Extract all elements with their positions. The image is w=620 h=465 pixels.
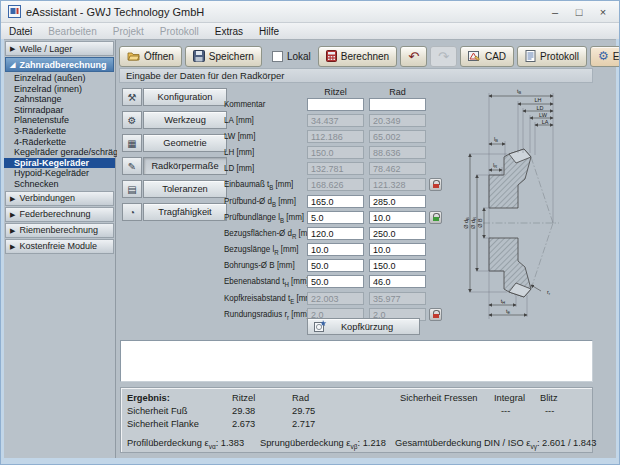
sidebar-group-welle-lager[interactable]: ▶ Welle / Lager bbox=[5, 41, 114, 56]
rad-input bbox=[369, 162, 426, 175]
field-label: LA [mm] bbox=[224, 115, 254, 127]
overlap-profil: Profilüberdeckung εvα: 1.383 bbox=[127, 438, 244, 450]
results-panel: Ergebnis: Ritzel Rad Sicherheit Fressen … bbox=[120, 387, 593, 453]
sidebar-item-stirnradpaar[interactable]: Stirnradpaar bbox=[4, 105, 115, 116]
result-value: 29.38 bbox=[232, 406, 255, 416]
sidebar-group-federberechnung[interactable]: ▶ Federberechnung bbox=[5, 207, 114, 222]
field-label: Kommentar bbox=[224, 99, 265, 111]
nav-radkoerpermasse[interactable]: ✎ Radkörpermaße bbox=[122, 157, 227, 175]
sidebar-item-hypoid-kegelraeder[interactable]: Hypoid-Kegelräder bbox=[4, 168, 115, 179]
config-icon: ⚒ bbox=[122, 88, 142, 106]
sidebar-item-planetenstufe[interactable]: Planetenstufe bbox=[4, 115, 115, 126]
result-label: Sicherheit Flanke bbox=[127, 419, 199, 429]
cad-icon bbox=[468, 50, 481, 62]
rad-input[interactable] bbox=[369, 227, 426, 240]
ritzel-input[interactable] bbox=[307, 259, 364, 272]
svg-text:rr: rr bbox=[547, 289, 551, 296]
form-row-pruefbund-d: Prüfbund-Ø dB [mm] bbox=[224, 195, 474, 209]
nav-tragfaehigkeit[interactable]: ◔ Tragfähigkeit bbox=[122, 203, 227, 221]
results-col-fressen: Sicherheit Fressen bbox=[400, 393, 478, 403]
maximize-button[interactable]: □ bbox=[567, 2, 591, 22]
lock-icon[interactable] bbox=[429, 211, 442, 224]
rad-input[interactable] bbox=[369, 259, 426, 272]
calculator-icon bbox=[326, 50, 337, 62]
save-button[interactable]: Speichern bbox=[185, 46, 262, 67]
menu-hilfe[interactable]: Hilfe bbox=[251, 26, 287, 37]
rad-input[interactable] bbox=[369, 195, 426, 208]
module-sidebar: ▶ Welle / Lager ◢ Zahnradberechnung Einz… bbox=[4, 40, 116, 458]
sidebar-item-einzelrad-aussen[interactable]: Einzelrad (außen) bbox=[4, 73, 115, 84]
sidebar-item-4-raederkette[interactable]: 4-Räderkette bbox=[4, 137, 115, 148]
redo-button[interactable]: ↷ bbox=[430, 46, 457, 67]
expander-icon: ▶ bbox=[10, 45, 15, 52]
nav-werkzeug[interactable]: ⚙ Werkzeug bbox=[122, 111, 227, 129]
result-value: 2.673 bbox=[232, 419, 255, 429]
rad-input[interactable] bbox=[369, 211, 426, 224]
menu-extras[interactable]: Extras bbox=[207, 26, 251, 37]
expander-icon: ▶ bbox=[10, 243, 15, 250]
sidebar-item-schnecken[interactable]: Schnecken bbox=[4, 179, 115, 190]
open-button[interactable]: Öffnen bbox=[119, 46, 182, 67]
bevel-gear-dimension-diagram: tB LH LD LW LA lB lR Ø dB Ø dR Ø B tH tE… bbox=[461, 83, 616, 333]
form-row-ebenenabstand: Ebenenabstand tH [mm] bbox=[224, 275, 474, 289]
sidebar-group-kostenfreie-module[interactable]: ▶ Kostenfreie Module bbox=[5, 239, 114, 254]
rad-input bbox=[369, 146, 426, 159]
sidebar-item-kegelraeder[interactable]: Kegelräder gerade/schräg bbox=[4, 147, 115, 158]
calculate-button[interactable]: Berechnen bbox=[318, 46, 397, 67]
minimize-button[interactable]: – bbox=[543, 2, 567, 22]
section-title: Eingabe der Daten für den Radkörper bbox=[126, 70, 284, 81]
overlap-sprung: Sprungüberdeckung εvβ: 1.218 bbox=[260, 438, 386, 450]
settings-button[interactable]: ⚙ Einstellungen bbox=[590, 46, 620, 67]
sidebar-item-3-raederkette[interactable]: 3-Räderkette bbox=[4, 126, 115, 137]
form-row-pruefbundlaenge: Prüfbundlänge lB [mm] bbox=[224, 211, 474, 225]
close-button[interactable]: × bbox=[591, 2, 615, 22]
rad-input bbox=[369, 114, 426, 127]
lock-icon[interactable] bbox=[429, 178, 442, 191]
ritzel-input bbox=[307, 162, 364, 175]
nav-toleranzen[interactable]: ▤ Toleranzen bbox=[122, 180, 227, 198]
ritzel-input[interactable] bbox=[307, 211, 364, 224]
window-frame-bottom bbox=[1, 458, 619, 464]
rad-input bbox=[369, 130, 426, 143]
sidebar-item-einzelrad-innen[interactable]: Einzelrad (innen) bbox=[4, 84, 115, 95]
undo-button[interactable]: ↶ bbox=[400, 46, 427, 67]
settings-gear-icon: ⚙ bbox=[598, 50, 609, 62]
menu-protokoll[interactable]: Protokoll bbox=[152, 26, 207, 37]
form-row-la: LA [mm] bbox=[224, 114, 474, 128]
ritzel-input bbox=[307, 130, 364, 143]
rad-input[interactable] bbox=[369, 275, 426, 288]
window-frame-right bbox=[616, 39, 619, 464]
sidebar-item-zahnstange[interactable]: Zahnstange bbox=[4, 94, 115, 105]
menu-projekt[interactable]: Projekt bbox=[105, 26, 152, 37]
sidebar-item-spiral-kegelraeder[interactable]: Spiral-Kegelräder bbox=[4, 158, 115, 169]
ritzel-input[interactable] bbox=[307, 98, 364, 111]
kopfkuerzung-button[interactable]: Kopfkürzung bbox=[307, 318, 420, 335]
field-label: LD [mm] bbox=[224, 163, 254, 175]
gauge-icon: ◔ bbox=[122, 203, 142, 221]
lock-icon[interactable] bbox=[429, 308, 442, 321]
floppy-disk-icon bbox=[193, 50, 205, 62]
nav-geometrie[interactable]: ▦ Geometrie bbox=[122, 134, 227, 152]
local-checkbox[interactable] bbox=[272, 51, 283, 62]
field-label: Prüfbund-Ø dB [mm] bbox=[224, 196, 296, 208]
rad-input[interactable] bbox=[369, 243, 426, 256]
menu-datei[interactable]: Datei bbox=[1, 26, 40, 37]
nav-button-stack: ⚒ Konfiguration ⚙ Werkzeug ▦ Geometrie ✎… bbox=[122, 88, 227, 226]
ritzel-input[interactable] bbox=[307, 195, 364, 208]
sidebar-group-verbindungen[interactable]: ▶ Verbindungen bbox=[5, 191, 114, 206]
menu-bearbeiten[interactable]: Bearbeiten bbox=[40, 26, 104, 37]
sidebar-group-zahnradberechnung[interactable]: ◢ Zahnradberechnung bbox=[5, 57, 114, 72]
ritzel-input[interactable] bbox=[307, 275, 364, 288]
undo-icon: ↶ bbox=[408, 50, 419, 63]
ritzel-input[interactable] bbox=[307, 227, 364, 240]
ritzel-input[interactable] bbox=[307, 243, 364, 256]
cad-button[interactable]: CAD bbox=[460, 46, 514, 67]
rad-input bbox=[369, 178, 426, 191]
field-label: Kopfkreisabstand tE [mm] bbox=[224, 293, 314, 305]
window-title: eAssistant - GWJ Technology GmbH bbox=[26, 6, 204, 18]
protocol-button[interactable]: Protokoll bbox=[517, 46, 587, 67]
nav-konfiguration[interactable]: ⚒ Konfiguration bbox=[122, 88, 227, 106]
sidebar-group-riemenberechnung[interactable]: ▶ Riemenberechnung bbox=[5, 223, 114, 238]
svg-text:tE: tE bbox=[506, 308, 511, 315]
rad-input[interactable] bbox=[369, 98, 426, 111]
